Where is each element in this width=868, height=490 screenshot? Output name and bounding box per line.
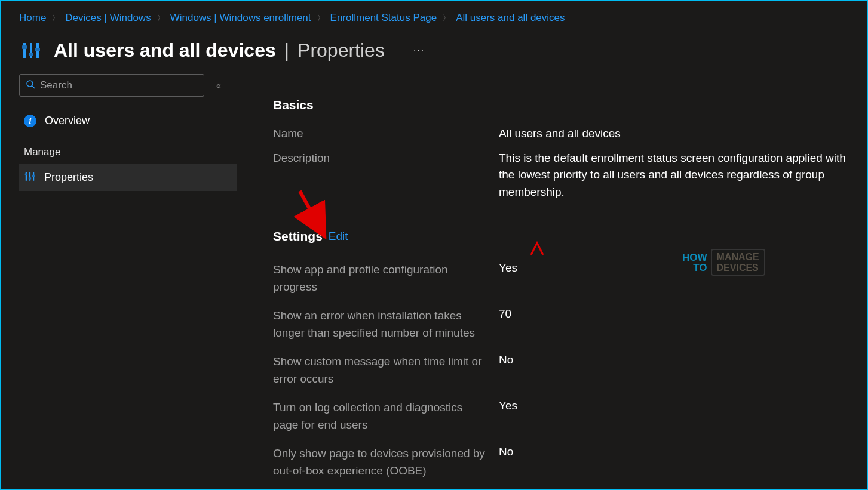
watermark-text: HOW (682, 252, 707, 263)
page-header: All users and all devices | Properties ·… (1, 32, 867, 74)
edit-settings-link[interactable]: Edit (329, 230, 348, 243)
svg-rect-9 (25, 174, 27, 175)
watermark-text: TO (682, 263, 707, 273)
svg-rect-5 (35, 48, 40, 51)
sidebar-item-overview[interactable]: i Overview (19, 109, 237, 133)
setting-row: Turn on log collection and diagnostics p… (273, 399, 849, 433)
svg-rect-1 (22, 45, 27, 49)
collapse-sidebar-icon[interactable]: « (216, 81, 221, 90)
svg-rect-3 (29, 53, 33, 56)
svg-rect-0 (23, 43, 26, 58)
sidebar-section-manage: Manage (19, 133, 237, 164)
breadcrumb-current[interactable]: All users and all devices (456, 12, 565, 24)
setting-label: Turn on log collection and diagnostics p… (273, 399, 499, 433)
breadcrumb: Home 〉 Devices | Windows 〉 Windows | Win… (1, 1, 867, 32)
setting-value: Yes (499, 261, 517, 295)
svg-rect-11 (29, 177, 31, 179)
sidebar-item-label: Overview (45, 115, 90, 127)
setting-row: Show custom message when time limit or e… (273, 353, 849, 387)
chevron-right-icon: 〉 (443, 13, 450, 23)
setting-value: Yes (499, 399, 517, 433)
watermark: HOW TO MANAGE DEVICES (682, 249, 765, 276)
sliders-icon (19, 38, 43, 62)
setting-label: Show an error when installation takes lo… (273, 307, 499, 341)
watermark-text: DEVICES (717, 263, 759, 273)
sliders-icon (24, 170, 36, 185)
setting-label: Show app and profile configuration progr… (273, 261, 499, 295)
setting-row: Show an error when installation takes lo… (273, 307, 849, 341)
property-value: All users and all devices (499, 125, 621, 143)
property-row-description: Description This is the default enrollme… (273, 150, 849, 201)
watermark-text: MANAGE (717, 252, 759, 263)
title-divider: | (284, 39, 289, 61)
setting-label: Only show page to devices provisioned by… (273, 445, 499, 479)
svg-rect-10 (29, 172, 30, 180)
setting-value: No (499, 353, 513, 387)
info-icon: i (24, 115, 36, 127)
breadcrumb-devices-windows[interactable]: Devices | Windows (65, 12, 151, 24)
setting-value: No (499, 445, 513, 479)
setting-label: Show custom message when time limit or e… (273, 353, 499, 387)
search-input[interactable] (40, 79, 198, 91)
search-box[interactable] (19, 74, 204, 97)
basics-section-title: Basics (273, 98, 849, 112)
svg-line-7 (32, 86, 35, 88)
page-title: All users and all devices | Properties (54, 39, 385, 61)
settings-section-title: Settings (273, 229, 323, 244)
breadcrumb-enrollment-status-page[interactable]: Enrollment Status Page (330, 12, 437, 24)
page-title-sub: Properties (297, 39, 385, 61)
svg-point-6 (27, 81, 33, 87)
setting-row: Only show page to devices provisioned by… (273, 445, 849, 479)
property-row-name: Name All users and all devices (273, 125, 849, 143)
svg-rect-13 (32, 175, 35, 177)
more-actions-button[interactable]: ··· (413, 45, 425, 56)
chevron-right-icon: 〉 (317, 13, 324, 23)
property-label: Name (273, 125, 499, 143)
main-content: Basics Name All users and all devices De… (237, 74, 849, 490)
sidebar-item-properties[interactable]: Properties (19, 164, 237, 191)
chevron-right-icon: 〉 (157, 13, 164, 23)
chevron-right-icon: 〉 (52, 13, 59, 23)
sidebar-item-label: Properties (44, 171, 93, 184)
breadcrumb-windows-enrollment[interactable]: Windows | Windows enrollment (170, 12, 311, 24)
property-label: Description (273, 150, 499, 201)
page-title-main: All users and all devices (54, 39, 276, 61)
svg-rect-2 (30, 43, 32, 58)
sidebar: « i Overview Manage Properties (19, 74, 237, 490)
search-icon (26, 79, 35, 91)
property-value: This is the default enrollment status sc… (499, 150, 849, 201)
breadcrumb-home[interactable]: Home (19, 12, 46, 24)
svg-rect-8 (26, 172, 27, 180)
setting-value: 70 (499, 307, 511, 341)
